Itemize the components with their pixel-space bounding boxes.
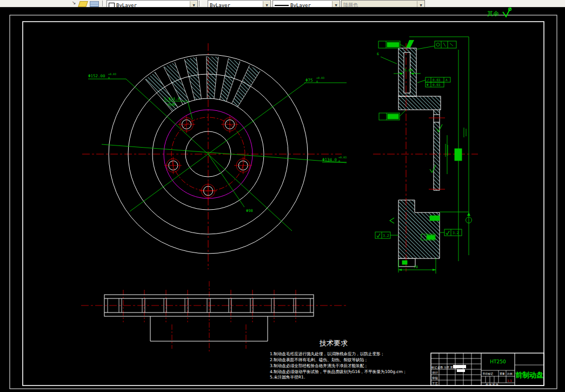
dim-vent-gap: 5.00 <box>404 68 413 72</box>
part-name: 前制动盘 <box>515 371 543 379</box>
dim-phi98: Φ98 <box>246 209 253 213</box>
tech-req-item: 1.制动盘毛坯应进行抛丸处理，以消除残余应力，以防止变形； <box>270 351 384 356</box>
chevron-down-icon[interactable]: ▼ <box>263 1 270 8</box>
tech-req-item: 5.未注圆角半径R1. <box>270 375 305 380</box>
scale-value: 1:1 <box>507 379 512 382</box>
dim-hub-width: 70 <box>414 265 418 269</box>
toolbar-separator <box>102 1 104 6</box>
svg-text:0.03: 0.03 <box>433 78 441 82</box>
roughness-value: 3.2 <box>383 234 389 238</box>
plotstyle-control-dropdown: 随颜色 ▼ <box>341 0 425 8</box>
rest-note-label: 其余 <box>487 10 499 17</box>
svg-text:0: 0 <box>316 80 318 83</box>
color-control-dropdown[interactable]: ByLayer ▼ <box>107 0 198 8</box>
svg-text:A: A <box>446 78 448 82</box>
titleblock-check: 审核 <box>432 376 438 380</box>
titleblock-mark-row: 标记 处数 分区 更改文件号 <box>431 366 464 369</box>
lineweight-preview <box>275 5 289 6</box>
svg-text:+0.03: +0.03 <box>338 156 347 159</box>
color-swatch <box>109 3 115 8</box>
toolbar-separator <box>199 1 201 6</box>
svg-text:0: 0 <box>108 76 110 79</box>
chevron-down-icon: ▼ <box>417 1 424 8</box>
material-label: HT250 <box>490 359 506 364</box>
svg-text:0: 0 <box>338 160 340 163</box>
tech-req-item: 2.制动盘表面不得有毛刺、磕伤、划伤、裂纹等缺陷； <box>270 357 368 362</box>
layer-properties-icon[interactable] <box>90 1 99 7</box>
tech-req-item: 3.制动盘必须全部经检验合格并清洗干净后才能装配； <box>270 363 368 368</box>
linetype-value: ByLayer <box>210 3 230 8</box>
stage-label: 阶段标记 <box>483 372 493 376</box>
plotstyle-value: 随颜色 <box>343 2 358 8</box>
lineweight-value: ByLayer <box>290 3 311 8</box>
linetype-control-dropdown[interactable]: ByLayer ▼ <box>208 0 271 8</box>
color-value: ByLayer <box>116 3 137 8</box>
tech-req-item: 4.制动盘必须做动平衡试验，平衡品质级别为G16，不平衡量为100g.cm； <box>270 369 407 374</box>
tech-req-title: 技术要求 <box>319 339 348 347</box>
dim-phi152: Φ152.00 <box>88 74 105 78</box>
weight-label: 重量 <box>500 372 505 375</box>
svg-text:+0.03: +0.03 <box>108 72 116 76</box>
svg-text:Φ: Φ <box>427 83 429 87</box>
lineweight-control-dropdown[interactable]: ByLayer ▼ <box>272 0 340 8</box>
svg-text:+0.03: +0.03 <box>316 76 324 79</box>
dim-bolt-holes: 5-Φ14.4 <box>164 97 180 101</box>
cad-application: ↘ ByLayer ▼ ByLayer ▼ ByLayer ▼ 随颜色 ▼ <box>0 0 565 392</box>
roughness-value: 3.2 <box>453 231 459 235</box>
highlighted-cell <box>457 369 465 372</box>
titleblock-design: 设计 <box>432 371 438 374</box>
titleblock-process: 工艺 <box>432 382 438 385</box>
dim-plate-thickness: 6 <box>377 52 379 56</box>
dim-phi134: Φ134.0 <box>322 157 337 162</box>
chevron-down-icon[interactable]: ▼ <box>190 1 197 8</box>
drawing-canvas[interactable]: 其余 <box>0 0 565 392</box>
chevron-down-icon[interactable]: ▼ <box>332 1 340 8</box>
make-layer-current-icon[interactable] <box>78 1 88 7</box>
dim-phi75: Φ75 <box>305 78 313 83</box>
svg-text:0.03: 0.03 <box>433 83 441 87</box>
svg-text:/: / <box>427 78 429 82</box>
properties-toolbar: ↘ ByLayer ▼ ByLayer ▼ ByLayer ▼ 随颜色 ▼ <box>0 0 565 8</box>
svg-text:均布: 均布 <box>167 103 176 107</box>
